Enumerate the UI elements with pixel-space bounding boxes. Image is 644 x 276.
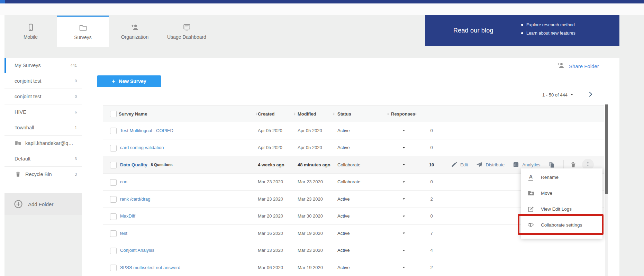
status-cell: Active [337,242,350,259]
table-scrollbar-thumb[interactable] [605,104,608,194]
nav-tab[interactable]: Usage Dashboard [161,16,213,47]
banner-bullet-list: Explore research methodLearn about new f… [520,21,575,37]
row-checkbox[interactable] [110,213,117,220]
pagination-range-dropdown[interactable]: 1 - 50 of 444 [542,92,574,98]
nav-tab[interactable]: Organization [109,16,161,47]
app-window: Surveys Organization Usage Dashboard Mob… [0,0,644,276]
context-menu-item-label: Collaborate settings [541,222,582,228]
banner-bullet: Learn about new features [520,29,575,37]
table-scrollbar-track[interactable] [605,104,608,276]
trash-icon [570,161,577,168]
analytics-label: Analytics [522,162,540,167]
sort-icon[interactable] [292,112,297,116]
add-folder-button[interactable]: Add Folder [4,193,82,215]
nav-tab-label: Organization [121,34,148,40]
analytics-button[interactable]: Analytics [513,161,540,168]
new-survey-button[interactable]: + New Survey [97,75,161,87]
status-cell: Active [337,259,350,276]
nav-tab[interactable]: Surveys [57,16,109,47]
pagination-range-label: 1 - 50 of 444 [542,92,568,98]
banner-bullet: Explore research method [520,21,575,29]
delete-survey-button[interactable] [570,161,577,168]
column-header-status[interactable]: Status [337,106,351,122]
sidebar-folder-item[interactable]: kapil.khandekar@que... [4,136,82,151]
status-dropdown-caret[interactable] [401,191,406,208]
survey-name-link[interactable]: Conjoint Analysis [120,248,154,253]
sidebar-folder-item[interactable]: Default 3 [4,151,82,167]
status-dropdown-caret[interactable] [401,208,406,225]
column-header-responses[interactable]: Responses [391,106,415,122]
row-checkbox[interactable] [110,145,117,151]
responses-cell: 4 [421,242,442,259]
sort-icon[interactable] [386,112,390,116]
blog-banner-link[interactable]: Read our blog [453,27,493,34]
distribute-button[interactable]: Distribute [476,161,505,168]
row-checkbox[interactable] [110,128,117,134]
sidebar-folder-label: Default [15,156,72,162]
edit-button[interactable]: Edit [451,161,468,168]
row-checkbox[interactable] [110,230,117,237]
chevron-right-icon [587,93,594,99]
sidebar-folder-item[interactable]: Townhall 1 [4,120,82,136]
status-cell: Active [337,225,350,242]
share-folder-button[interactable]: Share Folder [557,61,599,71]
row-checkbox[interactable] [110,179,117,186]
status-dropdown-caret[interactable] [401,122,406,139]
add-folder-label: Add Folder [28,201,53,207]
status-dropdown-caret[interactable] [401,225,406,242]
status-dropdown-caret[interactable] [401,139,406,156]
row-checkbox[interactable] [110,265,117,271]
status-dropdown-caret[interactable] [401,242,406,259]
created-cell: Apr 05 2020 [258,139,282,156]
survey-row: card sorting validation Apr 05 2020 Apr … [103,139,604,157]
survey-name-link[interactable]: con [120,179,127,184]
context-menu-item[interactable]: Move [521,185,602,201]
modified-cell: Apr 05 2020 [298,122,322,139]
context-menu-item[interactable]: Collaborate settings [521,217,602,233]
context-menu-item[interactable]: A Rename [521,169,602,185]
nav-tab-icon [79,23,88,32]
modified-cell: 48 minutes ago [298,156,330,173]
responses-cell: 2 [421,259,442,276]
survey-name-link[interactable]: Test Multilingual - COPIED [120,128,173,133]
context-menu-item[interactable]: View Edit Logs [521,201,602,217]
context-menu-item-label: Rename [541,175,559,180]
status-cell: Active [337,139,350,156]
sidebar-folder-item[interactable]: conjoint test 0 [4,89,82,104]
survey-name-link[interactable]: SPSS multiselect not answerd [120,265,180,270]
sidebar-folder-label: My Surveys [15,63,68,68]
row-checkbox[interactable] [110,196,117,203]
status-dropdown-caret[interactable] [401,156,406,173]
column-header-survey-name[interactable]: Survey Name [119,106,147,122]
column-header-modified[interactable]: Modified [298,106,316,122]
status-cell: Collaborate [337,156,361,173]
survey-name-link[interactable]: card sorting validation [120,145,164,150]
modified-cell: Mar 19 2020 [298,225,323,242]
column-header-created[interactable]: Created [258,106,274,122]
sidebar-folder-item[interactable]: Recycle Bin 3 [4,167,82,182]
survey-name-link[interactable]: test [120,231,127,236]
status-cell: Active [337,208,350,225]
sort-icon[interactable] [332,112,336,116]
sort-icon[interactable] [414,112,418,116]
status-dropdown-caret[interactable] [401,174,406,191]
row-checkbox[interactable] [110,162,117,168]
row-checkbox[interactable] [110,248,117,254]
nav-tab[interactable]: Mobile [4,16,57,47]
top-accent-left-segment [0,0,5,3]
copy-survey-button[interactable] [548,161,555,168]
status-dropdown-caret[interactable] [401,259,406,276]
survey-name-link[interactable]: MaxDiff [120,213,135,219]
sidebar-folder-item[interactable]: HIVE 6 [4,104,82,120]
survey-name-link[interactable]: Data Quality [120,162,147,167]
survey-row: Conjoint Analysis Mar 13 2020 Mar 23 202… [103,242,604,259]
sidebar-folder-item[interactable]: conjoint test 0 [4,73,82,89]
sidebar-folder-icon [15,140,21,147]
select-all-checkbox[interactable] [110,111,117,117]
sidebar-folder-label: conjoint test [15,94,72,99]
nav-tab-label: Usage Dashboard [167,34,206,40]
survey-name-link[interactable]: rank /card/drag [120,196,150,202]
modified-cell: Mar 23 2020 [298,242,323,259]
sidebar-folder-item[interactable]: My Surveys 441 [4,58,82,73]
pagination-next-button[interactable] [587,91,594,99]
